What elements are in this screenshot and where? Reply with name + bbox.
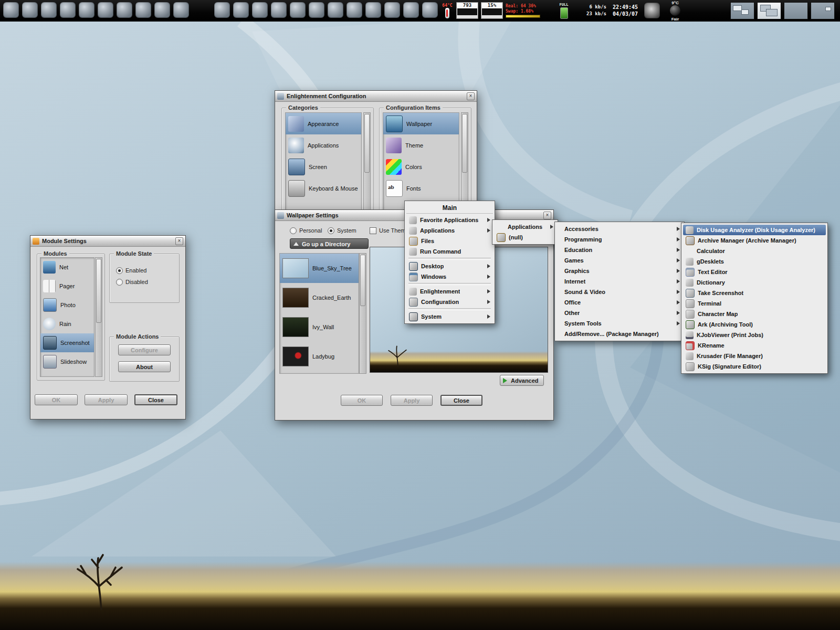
pager-desk-2-active[interactable] bbox=[757, 2, 781, 19]
apply-button[interactable]: Apply bbox=[85, 394, 128, 405]
menu-item[interactable]: KSig (Signature Editor) bbox=[683, 361, 826, 372]
wallpaper-list-item[interactable]: Blue_Sky_Tree bbox=[280, 254, 359, 283]
pager-desk-3[interactable] bbox=[784, 2, 808, 19]
dock-icon[interactable] bbox=[41, 2, 57, 18]
dock-icon[interactable] bbox=[79, 2, 94, 18]
menu-item[interactable]: Applications bbox=[494, 222, 556, 232]
module-list-item[interactable]: Photo bbox=[40, 296, 94, 314]
menu-item[interactable]: System Tools bbox=[556, 318, 682, 329]
dock-icon[interactable] bbox=[346, 2, 362, 18]
wallpaper-scrollbar[interactable] bbox=[359, 253, 366, 374]
close-button[interactable]: Close bbox=[440, 395, 482, 406]
module-list-item[interactable]: Net bbox=[40, 258, 94, 277]
module-settings-titlebar[interactable]: Module Settings × bbox=[30, 236, 185, 247]
memory-gadget[interactable]: Real: 64 36% Swap: 1.68% bbox=[506, 4, 552, 18]
dock-icon[interactable] bbox=[98, 2, 113, 18]
menu-item[interactable]: Education bbox=[556, 245, 682, 255]
dock-icon[interactable] bbox=[290, 2, 306, 18]
menu-item[interactable]: Graphics bbox=[556, 266, 682, 276]
ok-button[interactable]: OK bbox=[35, 394, 78, 405]
use-theme-checkbox[interactable] bbox=[370, 227, 376, 234]
dock-icon[interactable] bbox=[154, 2, 170, 18]
dock-icon[interactable] bbox=[233, 2, 249, 18]
menu-item[interactable]: Krusader (File Manager) bbox=[683, 351, 826, 361]
category-list-item[interactable]: Screen bbox=[286, 156, 361, 177]
menu-item[interactable]: gDesklets bbox=[683, 256, 826, 267]
wallpaper-list-item[interactable]: Cracked_Earth bbox=[280, 283, 359, 312]
menu-item[interactable]: Windows bbox=[406, 271, 493, 282]
dock-icon[interactable] bbox=[309, 2, 324, 18]
module-list-item[interactable]: Screenshot bbox=[40, 333, 94, 352]
e-config-titlebar[interactable]: Enlightenment Configuration × bbox=[275, 91, 477, 102]
pager-desk-4[interactable] bbox=[811, 2, 835, 19]
menu-item[interactable]: Take Screenshot bbox=[683, 288, 826, 298]
menu-item[interactable]: Internet bbox=[556, 276, 682, 287]
cpu-load-gadget[interactable]: 15% bbox=[481, 2, 503, 19]
close-icon[interactable]: × bbox=[467, 92, 475, 100]
dock-icon[interactable] bbox=[135, 2, 151, 18]
network-gadget[interactable]: 6 kb/s 23 kb/s bbox=[576, 4, 606, 17]
menu-item[interactable]: Desktop bbox=[406, 261, 493, 271]
disabled-radio[interactable] bbox=[116, 279, 123, 286]
module-list-item[interactable]: Slideshow bbox=[40, 352, 94, 371]
category-list-item[interactable]: Applications bbox=[286, 134, 361, 156]
module-list-item[interactable]: Pager bbox=[40, 277, 94, 296]
dock-icon[interactable] bbox=[22, 2, 38, 18]
weather-gadget[interactable]: 9°C Fair bbox=[664, 1, 687, 22]
dock-icon[interactable] bbox=[3, 2, 19, 18]
config-item[interactable]: Colors bbox=[383, 156, 459, 177]
menu-item[interactable]: Accessories bbox=[556, 224, 682, 234]
clock-gadget[interactable]: 22:49:45 04/03/07 bbox=[609, 4, 642, 17]
dock-icon[interactable] bbox=[271, 2, 287, 18]
dock-icon[interactable] bbox=[252, 2, 268, 18]
menu-item[interactable]: Favorite Applications bbox=[406, 215, 493, 225]
dock-icon[interactable] bbox=[403, 2, 419, 18]
modules-scrollbar[interactable] bbox=[95, 257, 102, 377]
category-list-item[interactable]: Keyboard & Mouse bbox=[286, 177, 361, 199]
apply-button[interactable]: Apply bbox=[391, 395, 433, 406]
personal-radio[interactable] bbox=[290, 227, 297, 234]
system-radio[interactable] bbox=[328, 227, 334, 234]
menu-item[interactable]: Programming bbox=[556, 234, 682, 245]
menu-item[interactable]: Ark (Archiving Tool) bbox=[683, 319, 826, 330]
dock-icon[interactable] bbox=[384, 2, 400, 18]
dock-icon[interactable] bbox=[117, 2, 132, 18]
config-item[interactable]: Fonts bbox=[383, 177, 459, 199]
menu-item[interactable]: Office bbox=[556, 297, 682, 308]
close-icon[interactable]: × bbox=[543, 212, 551, 219]
menu-item[interactable]: KJobViewer (Print Jobs) bbox=[683, 330, 826, 340]
menu-item[interactable]: Disk Usage Analyzer (Disk Usage Analyzer… bbox=[683, 225, 826, 235]
menu-item[interactable]: Configuration bbox=[406, 297, 493, 307]
advanced-button[interactable]: Advanced bbox=[500, 375, 544, 386]
go-up-directory-button[interactable]: Go up a Directory bbox=[290, 238, 369, 249]
menu-item[interactable]: Files bbox=[406, 236, 493, 246]
dock-icon[interactable] bbox=[365, 2, 381, 18]
menu-item[interactable]: Games bbox=[556, 255, 682, 266]
wallpaper-list-item[interactable]: Ladybug bbox=[280, 342, 359, 371]
cpu-frequency-gadget[interactable]: 793 bbox=[456, 2, 478, 19]
config-item[interactable]: Wallpaper bbox=[383, 113, 459, 134]
menu-item[interactable]: Dictionary bbox=[683, 277, 826, 288]
menu-item[interactable]: System bbox=[406, 311, 493, 322]
battery-gadget[interactable]: FULL bbox=[554, 3, 573, 19]
configure-button[interactable]: Configure bbox=[118, 344, 171, 355]
menu-item[interactable]: Add/Remove... (Package Manager) bbox=[556, 329, 682, 339]
menu-item[interactable]: Enlightenment bbox=[406, 286, 493, 297]
menu-item[interactable]: Calculator bbox=[683, 246, 826, 256]
enabled-radio[interactable] bbox=[116, 267, 123, 274]
config-item[interactable]: Theme bbox=[383, 134, 459, 156]
menu-item[interactable]: (null) bbox=[494, 232, 556, 243]
pager-desk-1[interactable] bbox=[730, 2, 754, 19]
about-button[interactable]: About bbox=[118, 361, 171, 372]
module-list-item[interactable]: Rain bbox=[40, 314, 94, 333]
close-button[interactable]: Close bbox=[134, 394, 177, 405]
menu-item[interactable]: Applications bbox=[406, 225, 493, 236]
menu-item[interactable]: Other bbox=[556, 308, 682, 318]
menu-item[interactable]: Archive Manager (Archive Manager) bbox=[683, 235, 826, 246]
close-icon[interactable]: × bbox=[175, 237, 183, 245]
dock-icon[interactable] bbox=[214, 2, 230, 18]
thermometer-gadget[interactable]: 64°C bbox=[441, 3, 454, 18]
menu-item[interactable]: Run Command bbox=[406, 246, 493, 257]
dock-icon[interactable] bbox=[328, 2, 343, 18]
ok-button[interactable]: OK bbox=[341, 395, 383, 406]
